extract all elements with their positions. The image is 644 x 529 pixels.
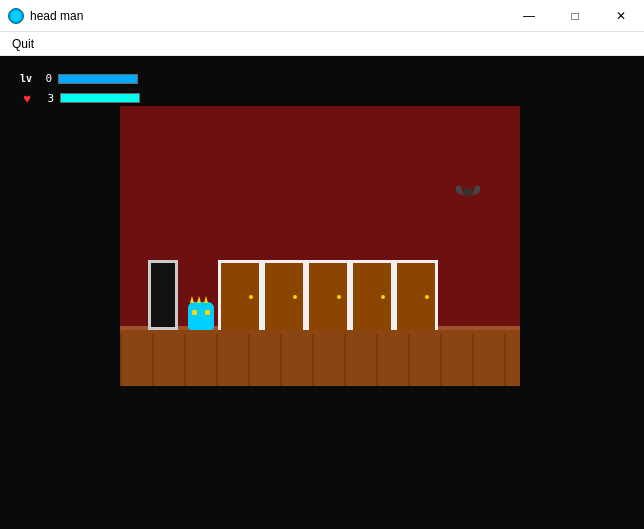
bat-enemy [456,186,480,198]
door-brown-3 [306,260,350,330]
door-brown-5 [394,260,438,330]
close-button[interactable]: ✕ [598,0,644,32]
bat-wing-right [472,186,480,196]
char-eye-right [205,310,210,315]
bat-wing-left [456,186,464,196]
level-value: 0 [38,72,52,85]
bat-body [464,188,472,196]
menu-item-quit[interactable]: Quit [4,35,42,53]
room-ceiling [120,106,520,236]
door-black [148,260,178,330]
door-brown-1 [218,260,262,330]
char-spikes [190,296,208,303]
hud-level-row: lv 0 [20,72,140,85]
char-body [188,302,214,330]
level-label: lv [20,73,32,84]
game-container: lv 0 ♥ 3 [0,56,644,529]
game-viewport [120,106,520,386]
room [120,106,520,386]
window-title: head man [30,9,83,23]
heart-icon: ♥ [20,91,34,105]
hud-health-row: ♥ 3 [20,91,140,105]
exp-bar-fill [59,75,137,83]
hud: lv 0 ♥ 3 [20,72,140,105]
maximize-button[interactable]: □ [552,0,598,32]
spike-3 [204,296,208,303]
hp-bar-fill [61,94,139,102]
health-value: 3 [40,92,54,105]
spike-1 [190,296,194,303]
app-icon [8,8,24,24]
door-brown-2 [262,260,306,330]
title-bar-left: head man [8,8,83,24]
character [188,302,214,330]
hp-bar-bg [60,93,140,103]
char-eye-left [192,310,197,315]
doors-group [218,260,438,330]
room-floor [120,326,520,386]
menu-bar: Quit [0,32,644,56]
door-brown-4 [350,260,394,330]
minimize-button[interactable]: — [506,0,552,32]
exp-bar-bg [58,74,138,84]
title-bar: head man — □ ✕ [0,0,644,32]
spike-2 [197,296,201,303]
window-controls: — □ ✕ [506,0,644,32]
